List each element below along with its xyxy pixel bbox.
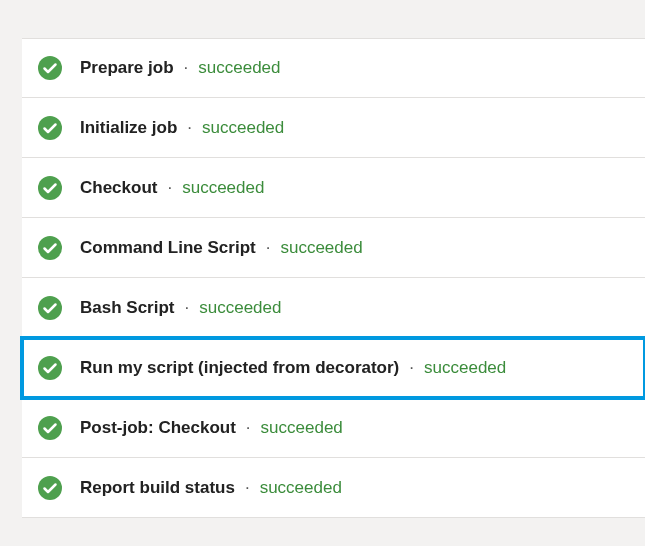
separator: · <box>266 238 271 258</box>
step-name: Command Line Script <box>80 238 256 258</box>
pipeline-step-row[interactable]: Command Line Script · succeeded <box>22 218 645 278</box>
svg-point-3 <box>38 236 62 260</box>
pipeline-step-row[interactable]: Prepare job · succeeded <box>22 38 645 98</box>
separator: · <box>409 358 414 378</box>
success-check-icon <box>38 236 62 260</box>
success-check-icon <box>38 296 62 320</box>
status-text: succeeded <box>280 238 362 258</box>
step-name: Bash Script <box>80 298 174 318</box>
svg-point-0 <box>38 56 62 80</box>
separator: · <box>184 298 189 318</box>
pipeline-step-list: Prepare job · succeeded Initialize job ·… <box>22 38 645 518</box>
svg-point-4 <box>38 296 62 320</box>
status-text: succeeded <box>198 58 280 78</box>
step-name: Prepare job <box>80 58 174 78</box>
success-check-icon <box>38 416 62 440</box>
step-name: Initialize job <box>80 118 177 138</box>
status-text: succeeded <box>182 178 264 198</box>
success-check-icon <box>38 356 62 380</box>
svg-point-2 <box>38 176 62 200</box>
svg-point-1 <box>38 116 62 140</box>
pipeline-step-row[interactable]: Report build status · succeeded <box>22 458 645 518</box>
step-name: Post-job: Checkout <box>80 418 236 438</box>
status-text: succeeded <box>424 358 506 378</box>
success-check-icon <box>38 176 62 200</box>
step-name: Run my script (injected from decorator) <box>80 358 399 378</box>
pipeline-step-row[interactable]: Bash Script · succeeded <box>22 278 645 338</box>
pipeline-step-row[interactable]: Post-job: Checkout · succeeded <box>22 398 645 458</box>
svg-point-5 <box>38 356 62 380</box>
separator: · <box>167 178 172 198</box>
status-text: succeeded <box>261 418 343 438</box>
separator: · <box>187 118 192 138</box>
step-name: Checkout <box>80 178 157 198</box>
svg-point-6 <box>38 416 62 440</box>
success-check-icon <box>38 476 62 500</box>
separator: · <box>246 418 251 438</box>
status-text: succeeded <box>199 298 281 318</box>
separator: · <box>184 58 189 78</box>
pipeline-step-row[interactable]: Run my script (injected from decorator) … <box>22 338 645 398</box>
pipeline-step-row[interactable]: Initialize job · succeeded <box>22 98 645 158</box>
status-text: succeeded <box>260 478 342 498</box>
success-check-icon <box>38 56 62 80</box>
pipeline-step-row[interactable]: Checkout · succeeded <box>22 158 645 218</box>
separator: · <box>245 478 250 498</box>
step-name: Report build status <box>80 478 235 498</box>
status-text: succeeded <box>202 118 284 138</box>
svg-point-7 <box>38 476 62 500</box>
success-check-icon <box>38 116 62 140</box>
